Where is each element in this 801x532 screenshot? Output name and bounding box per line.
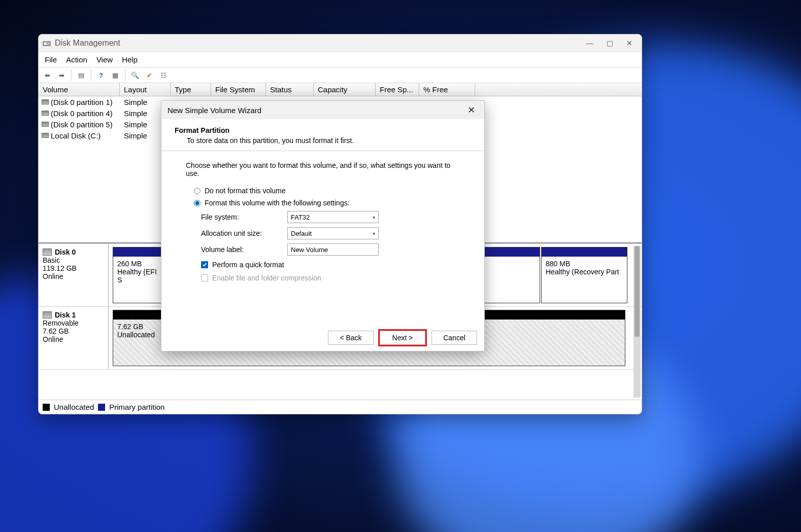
volume-icon [42, 111, 49, 116]
partition-bar [542, 247, 627, 257]
back-icon[interactable]: ⬅ [42, 69, 53, 81]
partition-body: 880 MB Healthy (Recovery Part [542, 257, 627, 303]
disk-icon [43, 249, 52, 256]
next-button[interactable]: Next > [380, 331, 425, 345]
legend-unalloc-swatch [43, 404, 50, 411]
chevron-down-icon: ▾ [373, 215, 375, 220]
new-simple-volume-wizard: New Simple Volume Wizard ✕ Format Partit… [161, 100, 485, 351]
wizard-title: New Simple Volume Wizard [168, 106, 261, 115]
disk-status: Online [43, 272, 104, 280]
menu-action[interactable]: Action [66, 55, 87, 64]
window-title: Disk Management [55, 39, 120, 48]
radio-format-label: Format this volume with the following se… [205, 199, 350, 207]
volume-name: Local Disk (C:) [51, 131, 101, 140]
allocation-unit-label: Allocation unit size: [201, 229, 287, 237]
partition-status: Healthy (Recovery Part [546, 268, 623, 276]
compression-label: Enable file and folder compression [212, 274, 321, 282]
volume-list-header: Volume Layout Type File System Status Ca… [39, 83, 642, 96]
radio-format[interactable] [194, 200, 201, 206]
compression-checkbox [201, 274, 208, 281]
refresh-icon[interactable]: 🔍 [129, 69, 141, 81]
wizard-header: Format Partition To store data on this p… [161, 119, 484, 151]
titlebar: Disk Management — ▢ ✕ [39, 34, 642, 52]
legend-unalloc-label: Unallocated [54, 403, 94, 411]
disk-name: Disk 1 [55, 311, 76, 319]
disk-kind: Removable [43, 319, 104, 327]
wizard-prompt: Choose whether you want to format this v… [186, 161, 460, 178]
allocation-unit-select[interactable]: Default ▾ [287, 227, 379, 239]
menubar: File Action View Help [39, 52, 642, 67]
volume-name: (Disk 0 partition 4) [51, 109, 113, 118]
disk-name: Disk 0 [55, 248, 76, 256]
col-layout[interactable]: Layout [120, 83, 171, 96]
disk-size: 7.62 GB [43, 327, 104, 335]
partition-bar [113, 247, 163, 257]
settings-icon[interactable]: ✔ [144, 69, 155, 81]
wizard-heading: Format Partition [175, 126, 471, 134]
col-free[interactable]: Free Sp... [376, 83, 419, 96]
disk-icon [43, 311, 52, 318]
volume-label-label: Volume label: [201, 245, 287, 254]
separator [125, 69, 125, 81]
wizard-buttons: < Back Next > Cancel [161, 325, 484, 351]
scrollbar-thumb[interactable] [635, 246, 640, 337]
disk-size: 119.12 GB [43, 264, 104, 272]
file-system-label: File system: [201, 213, 287, 221]
disk-kind: Basic [43, 256, 104, 264]
menu-help[interactable]: Help [122, 55, 138, 64]
back-button[interactable]: < Back [328, 331, 374, 345]
chevron-down-icon: ▾ [373, 231, 375, 236]
forward-icon[interactable]: ➡ [56, 69, 67, 81]
allocation-unit-value: Default [291, 230, 312, 237]
volume-icon [42, 99, 49, 104]
quick-format-label: Perform a quick format [212, 261, 284, 269]
quick-format-checkbox[interactable]: ✔ [201, 261, 208, 268]
volume-label-input[interactable] [287, 243, 379, 256]
file-system-select[interactable]: FAT32 ▾ [287, 211, 379, 223]
scrollbar[interactable] [633, 246, 641, 398]
close-button[interactable]: ✕ [626, 39, 632, 47]
col-status[interactable]: Status [266, 83, 314, 96]
app-icon [43, 39, 51, 47]
properties-icon[interactable]: ☷ [158, 69, 169, 81]
maximize-button[interactable]: ▢ [607, 39, 613, 47]
help-icon[interactable]: ? [95, 69, 107, 81]
col-fs[interactable]: File System [211, 83, 266, 96]
menu-file[interactable]: File [45, 55, 57, 64]
show-hide-icon[interactable]: ▤ [76, 69, 87, 81]
col-volume[interactable]: Volume [39, 83, 120, 96]
partition[interactable]: 260 MB Healthy (EFI S [113, 247, 163, 303]
partition-size: 260 MB [117, 260, 159, 268]
col-pct[interactable]: % Free [419, 83, 475, 96]
partition[interactable]: 880 MB Healthy (Recovery Part [541, 247, 627, 303]
partition-body: 260 MB Healthy (EFI S [113, 257, 163, 303]
action-list-icon[interactable]: ▦ [110, 69, 121, 81]
volume-name: (Disk 0 partition 1) [51, 98, 113, 107]
radio-do-not-format-label: Do not format this volume [205, 187, 286, 195]
legend-primary-label: Primary partition [109, 403, 164, 411]
wizard-body: Choose whether you want to format this v… [161, 151, 484, 325]
wizard-subheading: To store data on this partition, you mus… [175, 136, 471, 145]
wizard-titlebar: New Simple Volume Wizard ✕ [161, 101, 484, 119]
wizard-close-icon[interactable]: ✕ [464, 104, 478, 116]
partition-size: 880 MB [546, 260, 623, 268]
col-type[interactable]: Type [171, 83, 211, 96]
volume-icon [42, 133, 49, 138]
cancel-button[interactable]: Cancel [431, 331, 477, 345]
col-capacity[interactable]: Capacity [314, 83, 376, 96]
partition-status: Healthy (EFI S [117, 268, 159, 284]
file-system-value: FAT32 [291, 214, 310, 221]
svg-rect-1 [44, 43, 46, 45]
separator [71, 69, 72, 81]
legend: Unallocated Primary partition [39, 400, 642, 414]
minimize-button[interactable]: — [586, 39, 593, 47]
volume-name: (Disk 0 partition 5) [51, 120, 113, 129]
volume-icon [42, 122, 49, 127]
menu-view[interactable]: View [96, 55, 113, 64]
radio-do-not-format[interactable] [194, 188, 201, 194]
disk-info: Disk 1 Removable 7.62 GB Online [39, 307, 109, 369]
disk-info: Disk 0 Basic 119.12 GB Online [39, 244, 109, 306]
legend-primary-swatch [98, 404, 105, 411]
disk-status: Online [43, 335, 104, 343]
separator [91, 69, 91, 81]
